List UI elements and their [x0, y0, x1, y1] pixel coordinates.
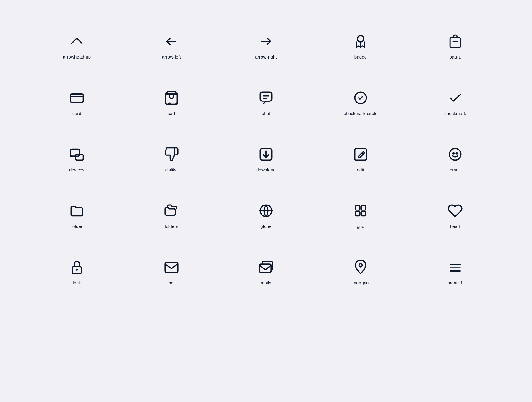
icon-item-checkmark: checkmark	[408, 74, 502, 131]
icon-item-globe: globe	[219, 187, 313, 244]
icon-label-emoji: emoji	[450, 167, 461, 172]
icon-item-chat: chat	[219, 74, 313, 131]
chat-icon	[257, 89, 275, 107]
icon-item-card: card	[30, 74, 124, 131]
svg-point-16	[453, 153, 454, 154]
menu-1-icon	[446, 258, 464, 276]
icon-item-download: download	[219, 131, 313, 187]
icon-label-checkmark-circle: checkmark-circle	[344, 111, 378, 116]
download-icon	[257, 145, 275, 163]
icon-label-card: card	[72, 111, 81, 116]
card-icon	[68, 89, 86, 107]
checkmark-circle-icon	[352, 89, 369, 107]
icon-item-bag-1: bag-1	[408, 18, 502, 74]
folder-icon	[68, 202, 86, 220]
icon-item-emoji: emoji	[408, 131, 502, 187]
icon-item-mails: mails	[219, 244, 313, 300]
dislike-icon	[163, 145, 180, 163]
svg-point-24	[76, 269, 78, 271]
svg-point-0	[357, 36, 364, 42]
edit-icon	[352, 145, 369, 163]
icon-label-arrowhead-up: arrowhead-up	[63, 54, 91, 59]
icon-label-heart: heart	[450, 224, 460, 229]
icon-item-lock: lock	[30, 244, 124, 300]
icon-item-devices: devices	[30, 131, 124, 187]
arrow-right-icon	[257, 33, 275, 50]
icon-label-map-pin: map-pin	[352, 280, 369, 285]
checkmark-icon	[446, 89, 464, 107]
emoji-icon	[446, 145, 464, 163]
icon-label-arrow-right: arrow-right	[255, 54, 277, 59]
lock-icon	[68, 258, 86, 276]
grid-icon	[352, 202, 369, 220]
svg-rect-1	[450, 38, 460, 48]
icon-item-folder: folder	[30, 187, 124, 244]
icon-label-bag-1: bag-1	[449, 54, 461, 59]
cart-icon	[163, 89, 180, 107]
globe-icon	[257, 202, 275, 220]
icon-label-chat: chat	[262, 111, 270, 116]
icon-label-checkmark: checkmark	[444, 111, 466, 116]
icon-item-folders: folders	[124, 187, 219, 244]
icon-label-folder: folder	[71, 224, 82, 229]
svg-rect-10	[70, 149, 79, 156]
badge-icon	[352, 33, 369, 50]
svg-point-27	[359, 264, 362, 267]
icon-label-devices: devices	[69, 167, 85, 172]
bag-1-icon	[446, 33, 464, 50]
icon-item-arrowhead-up: arrowhead-up	[30, 18, 124, 74]
icon-item-dislike: dislike	[124, 131, 219, 187]
icon-label-arrow-left: arrow-left	[162, 54, 181, 59]
icon-item-map-pin: map-pin	[313, 244, 408, 300]
icon-label-menu-1: menu-1	[447, 280, 463, 285]
icon-label-cart: cart	[168, 111, 175, 116]
icon-label-dislike: dislike	[165, 167, 178, 172]
icon-label-mail: mail	[167, 280, 176, 285]
icon-label-folders: folders	[165, 224, 178, 229]
folders-icon	[163, 202, 180, 220]
svg-rect-25	[165, 263, 178, 273]
svg-point-4	[169, 103, 170, 104]
svg-rect-6	[260, 92, 272, 101]
svg-rect-2	[70, 94, 83, 102]
icon-item-edit: edit	[313, 131, 408, 187]
svg-rect-26	[259, 264, 271, 272]
icon-item-grid: grid	[313, 187, 408, 244]
icon-item-heart: heart	[408, 187, 502, 244]
icon-label-grid: grid	[357, 224, 364, 229]
svg-rect-19	[356, 206, 360, 210]
icon-item-cart: cart	[124, 74, 219, 131]
svg-rect-20	[361, 206, 366, 210]
icon-label-badge: badge	[354, 54, 367, 59]
icon-item-mail: mail	[124, 244, 219, 300]
mail-icon	[163, 258, 180, 276]
mails-icon	[257, 258, 275, 276]
icon-item-menu-1: menu-1	[408, 244, 502, 300]
icon-grid: arrowhead-up arrow-left arrow-right badg…	[0, 0, 532, 318]
arrowhead-up-icon	[68, 33, 86, 50]
map-pin-icon	[352, 258, 369, 276]
icon-item-checkmark-circle: checkmark-circle	[313, 74, 408, 131]
icon-label-mails: mails	[261, 280, 271, 285]
devices-icon	[68, 145, 86, 163]
icon-label-globe: globe	[260, 224, 271, 229]
svg-point-15	[450, 149, 461, 160]
icon-item-arrow-left: arrow-left	[124, 18, 219, 74]
icon-label-download: download	[256, 167, 275, 172]
icon-item-badge: badge	[313, 18, 408, 74]
heart-icon	[446, 202, 464, 220]
icon-item-arrow-right: arrow-right	[219, 18, 313, 74]
svg-rect-21	[356, 211, 360, 216]
svg-point-17	[456, 153, 457, 154]
arrow-left-icon	[163, 33, 180, 50]
icon-label-lock: lock	[73, 280, 81, 285]
icon-label-edit: edit	[357, 167, 364, 172]
svg-rect-22	[361, 211, 366, 216]
